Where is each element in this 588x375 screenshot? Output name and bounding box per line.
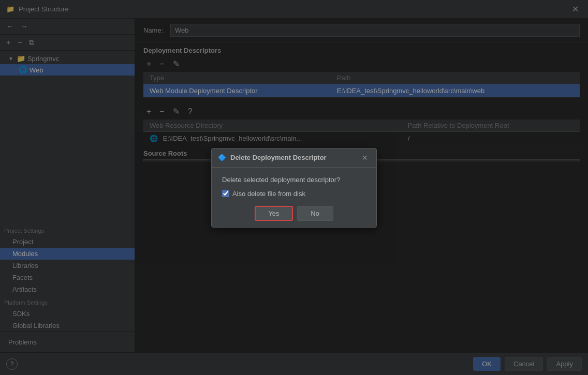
- dialog-title-bar: 🔷 Delete Deployment Descriptor ✕: [212, 148, 376, 168]
- dialog-overlay: 🔷 Delete Deployment Descriptor ✕ Delete …: [0, 0, 588, 375]
- dialog-title: Delete Deployment Descriptor: [230, 154, 327, 161]
- dialog-body: Delete selected deployment descriptor? A…: [212, 168, 376, 227]
- delete-descriptor-dialog: 🔷 Delete Deployment Descriptor ✕ Delete …: [211, 148, 377, 228]
- yes-button[interactable]: Yes: [255, 206, 292, 221]
- dialog-title-left: 🔷 Delete Deployment Descriptor: [218, 154, 327, 161]
- no-button[interactable]: No: [297, 206, 333, 221]
- delete-from-disk-label: Also delete file from disk: [232, 190, 305, 198]
- dialog-close-button[interactable]: ✕: [360, 153, 370, 163]
- delete-from-disk-checkbox[interactable]: [222, 190, 229, 197]
- dialog-icon: 🔷: [218, 154, 226, 161]
- dialog-checkbox-row: Also delete file from disk: [222, 190, 366, 198]
- dialog-message: Delete selected deployment descriptor?: [222, 176, 366, 184]
- dialog-buttons: Yes No: [222, 206, 366, 221]
